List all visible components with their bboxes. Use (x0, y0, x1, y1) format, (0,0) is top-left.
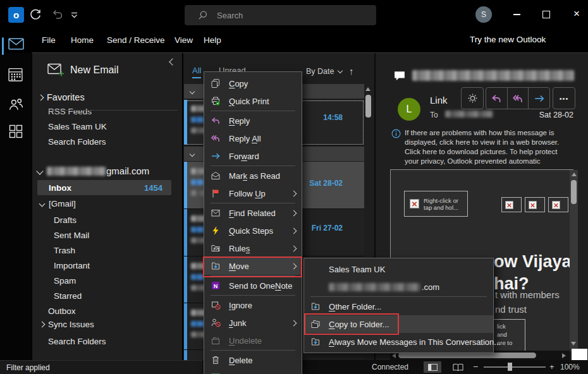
group-collapse-icon (190, 151, 195, 156)
info-bar-text[interactable]: If there are problems with how this mess… (405, 128, 575, 166)
normal-view-button[interactable] (424, 361, 441, 373)
account-expand-icon (36, 167, 43, 174)
maximize-button[interactable] (537, 6, 555, 23)
send-receive-refresh-icon[interactable] (29, 8, 42, 21)
menu-item-find-related[interactable]: Find Related (204, 204, 302, 222)
menu-item-junk[interactable]: Junk (204, 314, 302, 332)
close-button[interactable]: × (568, 5, 585, 23)
blocked-image-placeholder[interactable] (548, 197, 568, 212)
blocked-image-placeholder[interactable] (501, 197, 522, 212)
menu-item-reply-all[interactable]: Reply All (204, 130, 302, 147)
collapse-pane-icon[interactable] (169, 58, 176, 65)
zoom-slider-track[interactable] (484, 366, 546, 368)
scroll-left-arrow[interactable] (392, 353, 396, 358)
scroll-down-arrow[interactable] (571, 342, 576, 346)
nav-calendar-icon[interactable] (8, 67, 23, 81)
folder-spam[interactable]: Spam (54, 274, 76, 287)
scroll-thumb[interactable] (398, 353, 536, 358)
tab-all[interactable]: All (192, 66, 201, 78)
undo-icon[interactable] (52, 9, 64, 20)
nav-people-icon[interactable] (8, 98, 24, 111)
submenu-item-account[interactable]: .com (304, 278, 493, 296)
ignore-icon (210, 300, 221, 311)
blocked-image-placeholder[interactable] (525, 197, 545, 212)
tab-file[interactable]: File (42, 35, 56, 45)
submenu-item-sales-team-uk[interactable]: Sales Team UK (304, 260, 493, 278)
search-box[interactable]: Search (185, 5, 376, 25)
reading-view-icon (453, 363, 463, 371)
quick-print-icon (210, 96, 221, 107)
outlook-logo-icon: o (8, 7, 24, 23)
zoom-slider-thumb[interactable] (508, 363, 512, 371)
scroll-up-arrow[interactable] (572, 172, 577, 176)
unread-indicator (184, 256, 187, 303)
tab-send-receive[interactable]: Send / Receive (107, 35, 165, 45)
customize-quick-access-icon[interactable] (70, 12, 78, 19)
account-header[interactable]: gmail.com (37, 166, 149, 176)
blocked-image-placeholder[interactable]: Right-click or tap and hol... (404, 191, 468, 217)
submenu-arrow-icon (291, 320, 297, 326)
menu-item-delete[interactable]: Delete (204, 351, 302, 369)
junk-icon (210, 318, 221, 329)
submenu-item-always-move[interactable]: Always Move Messages in This Conversatio… (304, 333, 493, 351)
menu-item-rules[interactable]: Rules (204, 239, 302, 257)
zoom-out-button[interactable]: − (473, 361, 478, 371)
folder-drafts[interactable]: Drafts (54, 214, 77, 226)
folder-inbox[interactable]: Inbox 1454 (37, 180, 171, 195)
outlook-window: o Search S × File Home Send / Receive Vi… (0, 0, 588, 374)
folder-sent-mail[interactable]: Sent Mail (54, 229, 89, 241)
menu-item-quick-print[interactable]: Quick Print (204, 92, 302, 110)
tab-view[interactable]: View (175, 35, 193, 45)
scrollbar-corner (572, 349, 587, 361)
menu-item-copy[interactable]: Copy (204, 75, 302, 92)
more-actions-button[interactable]: ••• (553, 87, 575, 109)
forward-button[interactable] (529, 88, 549, 109)
account-avatar[interactable]: S (475, 6, 492, 23)
email-time: 14:58 (323, 113, 343, 122)
menu-item-label: Mark as Read (229, 171, 296, 181)
list-scrollbar-thumb[interactable] (365, 95, 371, 118)
folder-sync-issues[interactable]: Sync Issues (40, 320, 94, 329)
folder-starred[interactable]: Starred (54, 289, 82, 302)
folder-outbox[interactable]: Outbox (48, 305, 76, 317)
folder-gmail-group[interactable]: [Gmail] (40, 199, 76, 208)
sort-direction-icon[interactable]: ↑ (349, 66, 354, 76)
reading-view-button[interactable] (449, 361, 467, 373)
reply-button[interactable] (486, 88, 508, 109)
list-scrollbar-up-arrow[interactable] (365, 87, 371, 91)
folder-search-folders[interactable]: Search Folders (48, 335, 106, 347)
scroll-right-arrow[interactable] (562, 353, 566, 358)
nav-mail-icon[interactable] (8, 38, 24, 50)
menu-item-forward[interactable]: Forward (204, 147, 302, 165)
submenu-item-other-folder[interactable]: Other Folder... (304, 298, 493, 315)
zoom-in-button[interactable]: + (549, 362, 554, 371)
tab-help[interactable]: Help (204, 35, 221, 45)
body-vertical-scrollbar[interactable] (570, 170, 578, 349)
new-email-button[interactable]: New Email (47, 63, 118, 77)
reply-all-button[interactable] (508, 88, 529, 109)
sort-by-date[interactable]: By Date (306, 67, 342, 76)
menu-item-archive-partial[interactable] (204, 369, 302, 374)
reactions-button[interactable] (461, 87, 484, 109)
menu-item-ignore[interactable]: Ignore (204, 296, 302, 314)
folder-trash[interactable]: Trash (54, 244, 75, 256)
favorite-sales-team-uk[interactable]: Sales Team UK (48, 120, 107, 133)
onenote-icon: N (210, 280, 221, 291)
blocked-image-text: Right-click or (424, 197, 458, 204)
folder-important[interactable]: Important (54, 259, 90, 272)
menu-item-follow-up[interactable]: Follow Up (204, 184, 302, 202)
minimize-button[interactable] (508, 6, 525, 23)
favorites-header[interactable]: Favorites (39, 92, 85, 102)
menu-item-reply[interactable]: Reply (204, 112, 302, 130)
submenu-arrow-icon (291, 227, 297, 234)
menu-divider (211, 166, 295, 166)
sender-avatar[interactable]: L (398, 98, 420, 121)
menu-item-send-to-onenote[interactable]: N Send to OneNote (204, 277, 302, 294)
menu-item-mark-as-read[interactable]: Mark as Read (204, 167, 302, 184)
favorite-search-folders[interactable]: Search Folders (48, 135, 106, 148)
scroll-thumb[interactable] (571, 180, 577, 204)
tab-home[interactable]: Home (71, 35, 94, 45)
menu-item-quick-steps[interactable]: Quick Steps (204, 222, 302, 239)
nav-apps-icon[interactable] (9, 124, 23, 138)
favorite-rss-feeds[interactable]: RSS Feeds (48, 105, 92, 118)
